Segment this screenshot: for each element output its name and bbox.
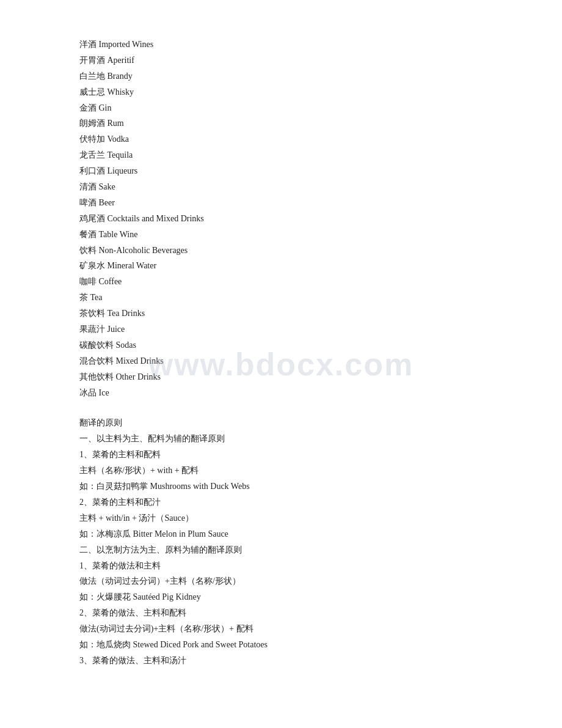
list-item: 二、以烹制方法为主、原料为辅的翻译原则 xyxy=(79,542,483,558)
list-item: 餐酒 Table Wine xyxy=(79,227,483,243)
list-item: 做法（动词过去分词）+主料（名称/形状） xyxy=(79,573,483,589)
translation-section: 翻译的原则一、以主料为主、配料为辅的翻译原则1、菜肴的主料和配料主料（名称/形状… xyxy=(79,415,483,668)
list-item: 啤酒 Beer xyxy=(79,195,483,211)
list-item: 清酒 Sake xyxy=(79,179,483,195)
list-item: 1、菜肴的主料和配料 xyxy=(79,447,483,463)
list-item: 鸡尾酒 Cocktails and Mixed Drinks xyxy=(79,211,483,227)
page-content: 洋酒 Imported Wines开胃酒 Aperitif白兰地 Brandy威… xyxy=(0,0,562,705)
list-item: 如：白灵菇扣鸭掌 Mushrooms with Duck Webs xyxy=(79,479,483,495)
list-item: 如：火爆腰花 Sautéed Pig Kidney xyxy=(79,589,483,605)
list-item: 2、菜肴的主料和配汁 xyxy=(79,495,483,510)
list-item: 饮料 Non-Alcoholic Beverages xyxy=(79,243,483,259)
list-item: 威士忌 Whisky xyxy=(79,84,483,100)
list-item: 龙舌兰 Tequila xyxy=(79,147,483,163)
list-item: 开胃酒 Aperitif xyxy=(79,53,483,68)
list-item: 利口酒 Liqueurs xyxy=(79,163,483,179)
list-item: 其他饮料 Other Drinks xyxy=(79,369,483,385)
list-item: 矿泉水 Mineral Water xyxy=(79,258,483,274)
list-item: 白兰地 Brandy xyxy=(79,68,483,84)
list-item: 朗姆酒 Rum xyxy=(79,116,483,131)
list-item: 主料 + with/in + 汤汁（Sauce） xyxy=(79,510,483,526)
list-item: 茶饮料 Tea Drinks xyxy=(79,306,483,322)
list-item: 2、菜肴的做法、主料和配料 xyxy=(79,605,483,621)
list-item: 咖啡 Coffee xyxy=(79,274,483,290)
list-item: 混合饮料 Mixed Drinks xyxy=(79,353,483,369)
list-item: 如：冰梅凉瓜 Bitter Melon in Plum Sauce xyxy=(79,526,483,542)
list-item: 金酒 Gin xyxy=(79,100,483,116)
beverage-list-section: 洋酒 Imported Wines开胃酒 Aperitif白兰地 Brandy威… xyxy=(79,37,483,400)
list-item: 如：地瓜烧肉 Stewed Diced Pork and Sweet Potat… xyxy=(79,637,483,653)
list-item: 洋酒 Imported Wines xyxy=(79,37,483,53)
list-item: 冰品 Ice xyxy=(79,385,483,401)
list-item: 果蔬汁 Juice xyxy=(79,322,483,337)
list-item: 主料（名称/形状）+ with + 配料 xyxy=(79,463,483,479)
list-item: 1、菜肴的做法和主料 xyxy=(79,558,483,574)
list-item: 做法(动词过去分词)+主料（名称/形状）+ 配料 xyxy=(79,621,483,637)
list-item: 碳酸饮料 Sodas xyxy=(79,337,483,353)
list-item: 伏特加 Vodka xyxy=(79,131,483,147)
list-item: 3、菜肴的做法、主料和汤汁 xyxy=(79,653,483,669)
list-item: 翻译的原则 xyxy=(79,415,483,431)
list-item: 一、以主料为主、配料为辅的翻译原则 xyxy=(79,431,483,447)
list-item: 茶 Tea xyxy=(79,290,483,306)
